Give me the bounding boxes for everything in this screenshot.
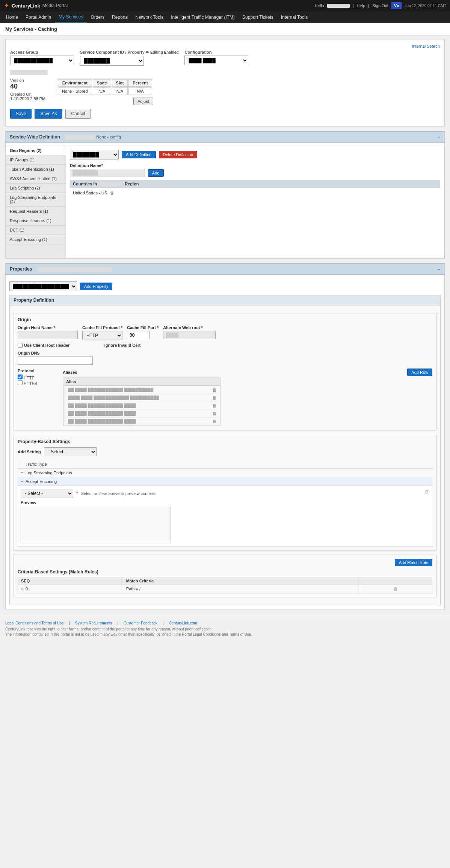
alias-delete-icon-3[interactable]: 🗑 [212, 403, 217, 408]
criteria-delete[interactable]: 🗑 [359, 585, 432, 593]
http-checkbox[interactable] [18, 375, 23, 379]
accept-encoding-row[interactable]: − Accept-Encoding [18, 477, 432, 486]
configuration-select[interactable]: ████ ████ [184, 56, 248, 65]
alias-input-3[interactable] [66, 403, 210, 409]
nav-network-tools[interactable]: Network Tools [131, 12, 167, 23]
swd-item-ip-groups[interactable]: IP Groups (1) [6, 155, 66, 165]
state-th: State [93, 79, 111, 87]
cache-fill-protocol-label: Cache Fill Protocol * [82, 325, 122, 330]
add-row-button[interactable]: Add Row [407, 369, 432, 376]
service-component-select[interactable]: ████████ [80, 56, 144, 66]
add-definition-button[interactable]: Add Definition [122, 151, 156, 158]
swd-item-lua[interactable]: Lua Scripting (2) [6, 184, 66, 193]
log-streaming-row[interactable]: + Log Streaming Endpoints [18, 469, 432, 477]
accept-encoding-label: Accept-Encoding [26, 479, 57, 484]
cache-fill-port-label: Cache Fill Port * [127, 325, 159, 330]
nav-itm[interactable]: Intelligent Traffic Manager (ITM) [167, 12, 239, 23]
footer-legal-link[interactable]: Legal Conditions and Terms of Use [5, 621, 63, 625]
definition-select[interactable]: ████████ [70, 150, 119, 159]
alias-delete-icon-5[interactable]: 🗑 [212, 419, 217, 424]
property-select[interactable]: ████████████████████ [9, 281, 77, 291]
configuration-label: Configuration [184, 50, 248, 54]
footer-feedback-link[interactable]: Customer Feedback [124, 621, 157, 625]
alias-delete-icon-2[interactable]: 🗑 [212, 395, 217, 400]
centurylink-logo-icon: ✦ [4, 2, 9, 10]
alias-row: 🗑 [63, 402, 220, 410]
swd-item-dct[interactable]: DCT (1) [6, 226, 66, 235]
pbs-title: Property-Based Settings [18, 439, 432, 444]
footer-centurylink-link[interactable]: CenturyLink.com [169, 621, 197, 625]
alias-input-4[interactable] [66, 411, 210, 417]
accept-encoding-select[interactable]: - Select - [21, 489, 73, 498]
alias-delete-icon-1[interactable]: 🗑 [212, 387, 217, 393]
internal-search-link[interactable]: Internal Search [10, 44, 440, 48]
log-streaming-label: Log Streaming Endpoints [26, 471, 72, 475]
access-group-select[interactable]: ████████████ [10, 56, 74, 65]
nav-internal-tools[interactable]: Internal Tools [277, 12, 311, 23]
nav-home[interactable]: Home [2, 12, 22, 23]
log-streaming-expand-icon: + [21, 470, 23, 475]
add-property-button[interactable]: Add Property [80, 283, 112, 290]
swd-collapse-icon[interactable]: − [437, 134, 440, 140]
definition-name-input[interactable] [70, 169, 145, 177]
swd-item-geo-regions[interactable]: Geo Regions (2) [6, 146, 66, 155]
alias-column-header: Alias [63, 378, 220, 386]
cache-fill-protocol-select[interactable]: HTTP HTTPS [82, 331, 122, 340]
https-checkbox[interactable] [18, 380, 23, 385]
seq-column-header: SEQ [18, 577, 123, 585]
aliases-title: Aliases [63, 370, 77, 375]
protocol-title: Protocol [18, 369, 37, 373]
cache-fill-port-input[interactable] [127, 331, 149, 339]
add-setting-select[interactable]: - Select - Traffic Type Log Streaming En… [44, 447, 97, 456]
preview-box [21, 506, 171, 543]
alias-delete-icon-4[interactable]: 🗑 [212, 411, 217, 416]
origin-title: Origin [18, 317, 432, 322]
alternate-web-root-input[interactable] [163, 331, 216, 339]
origin-host-name-input[interactable] [18, 331, 78, 339]
origin-dns-input[interactable] [18, 357, 93, 365]
criteria-match: Path = / [123, 585, 359, 593]
nav-reports[interactable]: Reports [108, 12, 131, 23]
adjust-button[interactable]: Adjust [133, 98, 153, 105]
slot-th: Slot [112, 79, 128, 87]
swd-item-accept-encoding[interactable]: Accept-Encoding (1) [6, 235, 66, 244]
match-criteria-column-header: Match Criteria [123, 577, 359, 585]
use-client-host-header-checkbox[interactable] [18, 343, 23, 348]
nav-support-tickets[interactable]: Support Tickets [239, 12, 277, 23]
swd-left-panel: Geo Regions (2) IP Groups (1) Token Auth… [6, 146, 66, 258]
save-as-button[interactable]: Save As [35, 109, 62, 119]
swd-item-response-headers[interactable]: Response Headers (1) [6, 216, 66, 226]
alias-input-2[interactable] [66, 395, 210, 401]
delete-country-icon[interactable]: 🗑 [110, 191, 114, 195]
cancel-button[interactable]: Cancel [65, 109, 91, 119]
swd-item-log-streaming[interactable]: Log Streaming Endpoints (2) [6, 193, 66, 207]
alias-input-5[interactable] [66, 418, 210, 424]
footer-sep1: | [69, 621, 70, 625]
select-item-preview-text: Select an item above to preview contents [81, 491, 157, 496]
accept-encoding-delete-icon[interactable]: 🗑 [425, 489, 429, 494]
country-row: United States - US 🗑 [70, 190, 440, 196]
add-button[interactable]: Add [148, 169, 164, 177]
percent-th: Percent [128, 79, 152, 87]
nav-orders[interactable]: Orders [87, 12, 108, 23]
swd-item-token-auth[interactable]: Token Authentication (1) [6, 165, 66, 174]
properties-collapse-icon[interactable]: − [437, 266, 440, 272]
add-match-rule-button[interactable]: Add Match Rule [395, 559, 432, 566]
nav-portal-admin[interactable]: Portal Admin [22, 12, 55, 23]
save-button[interactable]: Save [10, 109, 32, 119]
swd-title: Service-Wide Definition [10, 134, 60, 140]
accept-encoding-content: 🗑 - Select - * Select an item above to p… [18, 486, 432, 547]
http-checkbox-label: HTTP [18, 375, 37, 380]
nav-my-services[interactable]: My Services [55, 11, 87, 23]
service-name-blurred [10, 70, 48, 75]
version-value: 40 [10, 83, 45, 90]
help-link[interactable]: Help [357, 3, 365, 8]
alias-input-1[interactable] [66, 387, 210, 393]
swd-item-aws4[interactable]: AWS4 Authentification (1) [6, 174, 66, 184]
delete-definition-button[interactable]: Delete Definition [159, 151, 198, 158]
traffic-type-row[interactable]: + Traffic Type [18, 460, 432, 469]
swd-item-request-headers[interactable]: Request Headers (1) [6, 207, 66, 216]
footer-sysreq-link[interactable]: System Requirements [75, 621, 112, 625]
sign-out-link[interactable]: Sign Out [372, 3, 388, 8]
user-badge: Vx [391, 2, 402, 9]
